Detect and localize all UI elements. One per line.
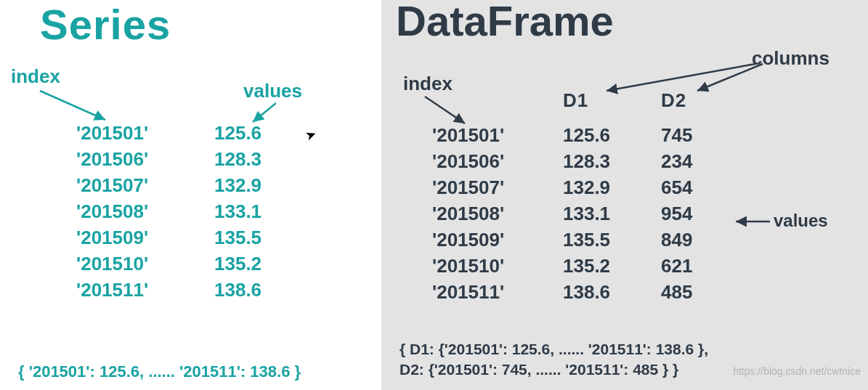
table-row: '201501'125.6 — [76, 120, 294, 146]
cell-value: 128.3 — [214, 146, 294, 172]
cell-index: '201511' — [76, 277, 214, 303]
table-row: '201507'132.9654 — [432, 174, 726, 200]
cell-index: '201508' — [432, 200, 563, 227]
cell-index: '201507' — [432, 174, 563, 200]
table-row: '201508'133.1 — [76, 198, 294, 224]
dataframe-panel: DataFrame index columns values D1 D2 '20… — [381, 0, 868, 390]
cell-index: '201509' — [76, 224, 214, 251]
series-index-label: index — [11, 65, 60, 88]
cell-d1: 133.1 — [563, 200, 661, 227]
svg-line-0 — [40, 91, 105, 120]
table-header-row: D1 D2 — [432, 87, 726, 113]
dict-line: { D1: {'201501': 125.6, ...... '201511':… — [399, 339, 708, 359]
cell-index: '201501' — [432, 122, 563, 148]
watermark: https://blog.csdn.net/cwtnice — [733, 365, 861, 377]
cell-value: 138.6 — [214, 277, 294, 303]
dataframe-dict-repr: { D1: {'201501': 125.6, ...... '201511':… — [399, 339, 708, 380]
cell-value: 133.1 — [214, 198, 294, 224]
cell-index: '201507' — [76, 172, 214, 198]
table-row: '201501'125.6745 — [432, 122, 726, 148]
cell-d2: 621 — [661, 253, 726, 279]
table-row: '201507'132.9 — [76, 172, 294, 198]
cell-d2: 849 — [661, 227, 726, 253]
cell-index: '201506' — [76, 146, 214, 172]
cell-index: '201510' — [76, 251, 214, 277]
table-row: '201511'138.6 — [76, 277, 294, 303]
table-row: '201508'133.1954 — [432, 200, 726, 227]
cell-d1: 128.3 — [563, 148, 661, 174]
table-row: '201506'128.3234 — [432, 148, 726, 174]
cell-d2: 745 — [661, 122, 726, 148]
cell-d2: 654 — [661, 174, 726, 200]
cell-value: 132.9 — [214, 172, 294, 198]
header-d2: D2 — [661, 87, 726, 113]
dataframe-table: D1 D2 '201501'125.6745 '201506'128.3234 … — [432, 87, 726, 305]
cell-index: '201506' — [432, 148, 563, 174]
cell-index: '201508' — [76, 198, 214, 224]
cell-value: 125.6 — [214, 120, 294, 146]
cell-d2: 954 — [661, 200, 726, 227]
table-row: '201511'138.6485 — [432, 279, 726, 305]
mouse-cursor-icon: ➤ — [303, 126, 319, 145]
table-row: '201509'135.5 — [76, 224, 294, 251]
cell-index: '201511' — [432, 279, 563, 305]
dataframe-values-label: values — [774, 211, 828, 231]
cell-d2: 234 — [661, 148, 726, 174]
dataframe-title: DataFrame — [396, 0, 614, 45]
series-table: '201501'125.6 '201506'128.3 '201507'132.… — [76, 120, 294, 303]
cell-index: '201509' — [432, 227, 563, 253]
table-row: '201510'135.2621 — [432, 253, 726, 279]
cell-d2: 485 — [661, 279, 726, 305]
dict-line: D2: {'201501': 745, ...... '201511': 485… — [399, 359, 708, 380]
header-spacer — [432, 87, 563, 113]
series-dict-repr: { '201501': 125.6, ...... '201511': 138.… — [18, 362, 301, 381]
cell-index: '201510' — [432, 253, 563, 279]
arrow-icon — [730, 214, 774, 229]
cell-index: '201501' — [76, 120, 214, 146]
cell-d1: 132.9 — [563, 174, 661, 200]
cell-d1: 135.5 — [563, 227, 661, 253]
table-row: '201510'135.2 — [76, 251, 294, 277]
series-title: Series — [40, 0, 171, 49]
cell-value: 135.2 — [214, 251, 294, 277]
series-panel: Series index values ➤ '201501'125.6 '201… — [0, 0, 381, 390]
cell-d1: 135.2 — [563, 253, 661, 279]
cell-d1: 138.6 — [563, 279, 661, 305]
table-row: '201506'128.3 — [76, 146, 294, 172]
cell-value: 135.5 — [214, 224, 294, 251]
cell-d1: 125.6 — [563, 122, 661, 148]
header-d1: D1 — [563, 87, 661, 113]
series-values-label: values — [243, 80, 302, 102]
table-row: '201509'135.5849 — [432, 227, 726, 253]
